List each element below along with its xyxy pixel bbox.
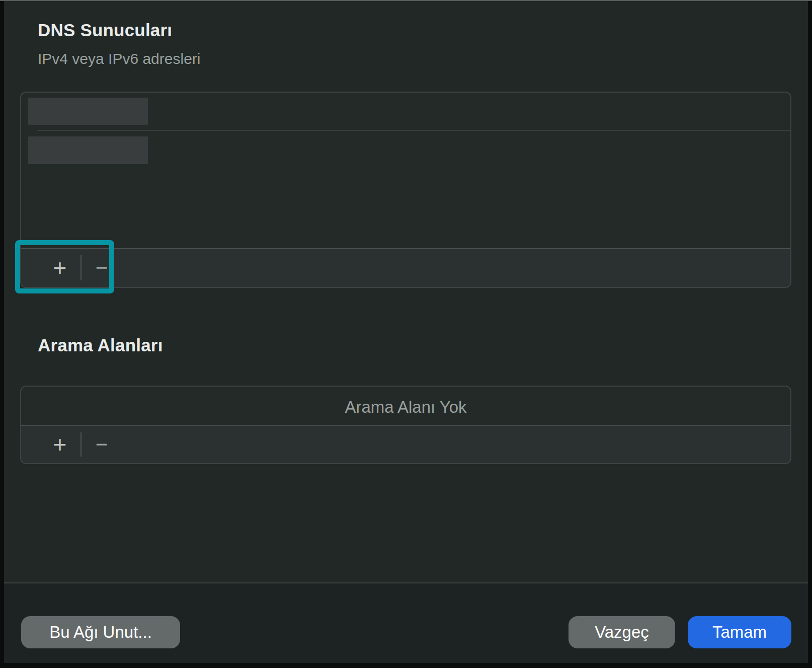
toolbar-divider	[80, 255, 82, 280]
dns-list-toolbar: + −	[21, 248, 790, 287]
ok-button[interactable]: Tamam	[688, 616, 791, 648]
row-divider	[37, 130, 790, 131]
remove-search-domain-button[interactable]: −	[83, 426, 120, 463]
forget-network-button[interactable]: Bu Ağı Unut...	[21, 616, 180, 648]
cancel-button[interactable]: Vazgeç	[569, 616, 675, 648]
add-search-domain-button[interactable]: +	[41, 426, 78, 463]
search-domains-title: Arama Alanları	[38, 335, 163, 355]
toolbar-divider	[80, 432, 82, 457]
dns-entry-redacted[interactable]	[28, 136, 148, 164]
dns-servers-subtitle: IPv4 veya IPv6 adresleri	[38, 50, 200, 67]
search-domains-list: Arama Alanı Yok + −	[20, 386, 791, 464]
dns-servers-title: DNS Sunucuları	[38, 20, 172, 40]
no-search-domain-text: Arama Alanı Yok	[21, 398, 790, 417]
remove-dns-server-button[interactable]: −	[83, 249, 120, 287]
add-dns-server-button[interactable]: +	[41, 249, 78, 287]
search-list-toolbar: + −	[21, 425, 790, 463]
dns-entry-redacted[interactable]	[28, 98, 148, 125]
dns-servers-list: + −	[20, 92, 791, 288]
